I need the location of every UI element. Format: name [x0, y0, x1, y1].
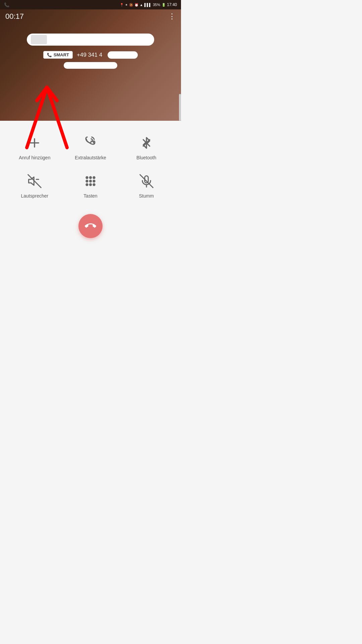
svg-point-9 — [86, 177, 88, 178]
speaker-label: Lautsprecher — [21, 193, 48, 199]
phone-call-icon: 📞 — [4, 2, 9, 7]
svg-line-8 — [28, 175, 41, 188]
call-timer-row: 00:17 ⋮ — [0, 9, 181, 23]
status-bar-right: 📍 ✴ 🔕 ⏰ ▲ ▌▌▌ 35% 🔋 17:40 — [120, 2, 177, 7]
phone-row: 📞 SMART +49 341 4 — [43, 51, 138, 59]
location-icon: 📍 — [120, 3, 124, 7]
mute-label: Stumm — [139, 193, 154, 199]
mute-button[interactable]: Stumm — [118, 166, 174, 204]
sidebar-scroll — [179, 94, 181, 121]
smart-phone-icon: 📞 — [47, 53, 52, 57]
silent-icon: 🔕 — [129, 3, 133, 7]
svg-point-16 — [89, 184, 91, 185]
end-call-icon — [85, 220, 96, 232]
wifi-icon: ▲ — [140, 3, 143, 7]
battery-icon: 🔋 — [162, 3, 166, 7]
extra-volume-button[interactable]: Extralautstärke — [63, 127, 119, 166]
smart-label: SMART — [54, 52, 69, 57]
keypad-icon — [82, 172, 99, 190]
svg-point-10 — [89, 177, 91, 178]
contact-area: 📞 SMART +49 341 4 — [0, 34, 181, 69]
svg-point-11 — [93, 177, 95, 178]
status-bar-left: 📞 — [4, 2, 9, 7]
speaker-icon — [26, 172, 43, 190]
extra-volume-icon — [82, 134, 99, 152]
add-call-button[interactable]: Anruf hinzügen — [7, 127, 63, 166]
speaker-button[interactable]: Lautsprecher — [7, 166, 63, 204]
contact-name-redacted — [27, 34, 154, 46]
more-options-button[interactable]: ⋮ — [168, 12, 176, 21]
alarm-icon: ⏰ — [134, 3, 138, 7]
controls-grid: Anruf hinzügen Extralautstärke — [0, 127, 181, 204]
signal-icon: ▌▌▌ — [144, 3, 152, 7]
svg-point-17 — [93, 184, 95, 185]
bluetooth-status-icon: ✴ — [125, 3, 128, 7]
end-call-button[interactable] — [78, 214, 103, 238]
add-call-icon — [26, 134, 43, 152]
add-call-label: Anruf hinzügen — [19, 155, 50, 160]
end-call-area — [78, 214, 103, 238]
battery-percent: 35% — [153, 3, 160, 7]
bluetooth-icon — [138, 134, 155, 152]
smart-badge: 📞 SMART — [43, 51, 73, 59]
status-bar: 📞 📍 ✴ 🔕 ⏰ ▲ ▌▌▌ 35% 🔋 17:40 — [0, 0, 181, 9]
svg-point-13 — [89, 180, 91, 182]
redacted-phone-suffix — [108, 51, 138, 59]
keypad-button[interactable]: Tasten — [63, 166, 119, 204]
call-header: 00:17 ⋮ 📞 SMART +49 341 4 — [0, 0, 181, 121]
extra-volume-label: Extralautstärke — [75, 155, 106, 160]
bluetooth-button[interactable]: Bluetooth — [118, 127, 174, 166]
mute-icon — [138, 172, 155, 190]
clock: 17:40 — [167, 2, 177, 7]
call-timer: 00:17 — [5, 12, 24, 21]
svg-point-12 — [86, 180, 88, 182]
keypad-label: Tasten — [83, 193, 97, 199]
redacted-name-bar — [31, 36, 150, 43]
svg-point-15 — [86, 184, 88, 185]
phone-number: +49 341 4 — [77, 52, 102, 58]
controls-panel: Anruf hinzügen Extralautstärke — [0, 121, 181, 322]
svg-point-14 — [93, 180, 95, 182]
bluetooth-label: Bluetooth — [136, 155, 156, 160]
redacted-subtitle — [64, 62, 117, 69]
